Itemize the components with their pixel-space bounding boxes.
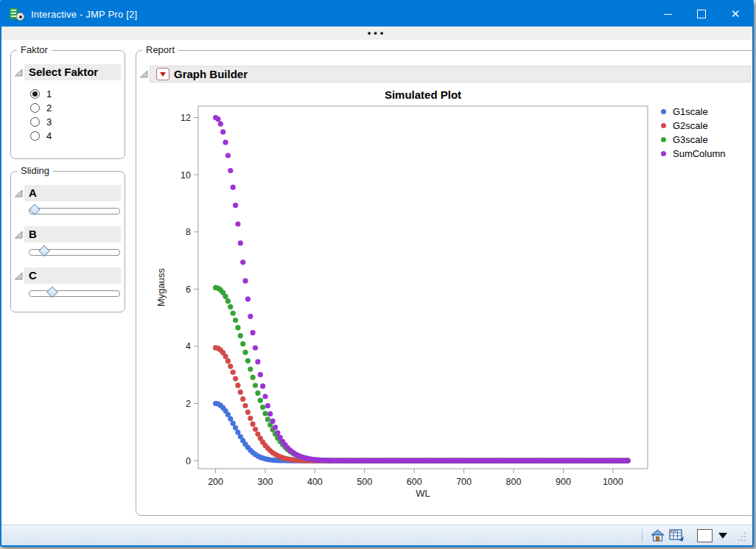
- x-tick-label: 200: [208, 477, 223, 487]
- report-group-label: Report: [142, 44, 178, 55]
- legend-label[interactable]: G2scale: [673, 120, 708, 131]
- y-tick-label: 8: [186, 227, 191, 237]
- graph-builder-header[interactable]: Graph Builder: [150, 66, 751, 83]
- report-groupbox: Report Graph Builder Simulated Plot WL M…: [136, 50, 752, 516]
- radio-button[interactable]: [30, 89, 40, 99]
- sliding-groupbox: Sliding A: [10, 171, 125, 312]
- chart-area: Simulated Plot WL Mygauss 20030040050060…: [141, 87, 752, 516]
- radio-button[interactable]: [30, 103, 40, 113]
- graph-builder-title: Graph Builder: [174, 68, 248, 80]
- x-tick-label: 500: [357, 477, 372, 487]
- slider-a-thumb[interactable]: [29, 204, 41, 216]
- slider-b-header[interactable]: B: [14, 226, 121, 242]
- maximize-icon: [697, 10, 706, 18]
- maximize-button[interactable]: [685, 1, 718, 27]
- faktor-option-3[interactable]: 3: [30, 115, 125, 129]
- faktor-option-2[interactable]: 2: [30, 101, 125, 115]
- faktor-radio-list: 1 2 3 4: [30, 87, 125, 143]
- window-box-icon[interactable]: [697, 529, 713, 542]
- legend-item-g1scale[interactable]: G1scale: [661, 105, 726, 119]
- chart-title: Simulated Plot: [385, 88, 461, 101]
- x-tick-label: 300: [258, 477, 273, 487]
- legend-label[interactable]: SumColumn: [673, 148, 726, 159]
- legend-item-g2scale[interactable]: G2scale: [661, 119, 726, 133]
- slider-c-thumb[interactable]: [46, 287, 58, 298]
- main-content: Faktor Select Faktor 1 2: [1, 40, 752, 525]
- slider-block-a: A: [11, 185, 125, 214]
- y-tick-label: 10: [181, 170, 191, 181]
- disclosure-triangle-icon[interactable]: [139, 70, 148, 78]
- left-panel: Faktor Select Faktor 1 2: [1, 40, 127, 525]
- series-G2scale[interactable]: [213, 345, 631, 463]
- slider-a-header[interactable]: A: [14, 185, 121, 201]
- titlebar[interactable]: Interactive - JMP Pro [2] ✕: [1, 1, 752, 27]
- y-tick-label: 2: [186, 399, 191, 409]
- x-tick-label: 1000: [603, 477, 623, 487]
- statusbar-separator: [642, 529, 643, 542]
- faktor-option-1[interactable]: 1: [30, 87, 125, 101]
- disclosure-triangle-icon[interactable]: [14, 189, 23, 197]
- select-faktor-header-label[interactable]: Select Faktor: [24, 64, 121, 80]
- slider-block-b: B: [11, 226, 125, 256]
- y-tick-label: 12: [181, 113, 191, 123]
- series-marker-icon: [661, 109, 666, 114]
- slider-a-label[interactable]: A: [24, 185, 121, 201]
- faktor-option-4[interactable]: 4: [30, 129, 125, 143]
- y-tick-label: 0: [186, 456, 191, 466]
- series-marker-icon: [661, 123, 666, 128]
- splitter-dots-icon: •••: [368, 29, 387, 37]
- home-icon[interactable]: [651, 529, 665, 542]
- graph-builder-header-row: Graph Builder: [139, 66, 751, 83]
- select-faktor-header[interactable]: Select Faktor: [14, 64, 121, 80]
- disclosure-triangle-icon[interactable]: [14, 231, 23, 239]
- legend-label[interactable]: G3scale: [673, 134, 708, 145]
- close-button[interactable]: ✕: [718, 1, 752, 27]
- slider-b-thumb[interactable]: [38, 245, 50, 257]
- slider-block-c: C: [11, 267, 125, 297]
- disclosure-triangle-icon[interactable]: [14, 272, 23, 280]
- x-tick-label: 900: [556, 477, 571, 487]
- radio-button[interactable]: [30, 131, 40, 141]
- minimize-icon: [664, 14, 672, 15]
- y-tick-label: 4: [186, 341, 191, 352]
- app-window: Interactive - JMP Pro [2] ✕ ••• Faktor S…: [0, 0, 754, 547]
- red-triangle-menu-icon[interactable]: [156, 68, 169, 80]
- series-marker-icon: [661, 151, 666, 156]
- x-tick-label: 700: [456, 477, 472, 487]
- series-SumColumn[interactable]: [213, 115, 631, 464]
- data-table-icon[interactable]: [669, 529, 685, 542]
- splitter-handle[interactable]: •••: [1, 27, 752, 40]
- dropdown-arrow-icon[interactable]: [718, 533, 727, 539]
- slider-b-track[interactable]: [29, 249, 120, 256]
- faktor-group-label: Faktor: [17, 44, 52, 55]
- slider-c-track[interactable]: [29, 290, 120, 297]
- y-axis-label[interactable]: Mygauss: [155, 267, 167, 307]
- legend-item-g3scale[interactable]: G3scale: [661, 133, 726, 147]
- slider-c-label[interactable]: C: [24, 267, 121, 284]
- legend-item-sumcolumn[interactable]: SumColumn: [661, 147, 726, 161]
- slider-a-track[interactable]: [29, 208, 120, 214]
- minimize-button[interactable]: [651, 1, 685, 27]
- y-tick-label: 6: [186, 284, 191, 295]
- slider-b-label[interactable]: B: [24, 226, 121, 242]
- radio-label[interactable]: 4: [46, 130, 52, 141]
- radio-label[interactable]: 2: [46, 102, 52, 113]
- slider-c-header[interactable]: C: [14, 267, 121, 284]
- series-G3scale[interactable]: [213, 285, 631, 464]
- window-title: Interactive - JMP Pro [2]: [31, 9, 137, 20]
- x-axis-label[interactable]: WL: [416, 488, 430, 499]
- x-tick-label: 400: [307, 477, 323, 487]
- legend-label[interactable]: G1scale: [673, 106, 708, 117]
- radio-button[interactable]: [30, 117, 40, 127]
- status-bar: [1, 525, 752, 545]
- x-tick-label: 600: [407, 477, 422, 487]
- jmp-app-icon: [10, 8, 24, 21]
- radio-label[interactable]: 3: [46, 116, 52, 127]
- radio-label[interactable]: 1: [46, 88, 52, 99]
- series-marker-icon: [661, 137, 666, 142]
- x-tick-label: 800: [506, 477, 522, 487]
- faktor-groupbox: Faktor Select Faktor 1 2: [10, 50, 125, 159]
- resize-grip-icon[interactable]: [735, 530, 747, 542]
- disclosure-triangle-icon[interactable]: [14, 69, 23, 77]
- chart-legend: G1scale G2scale G3scale SumColumn: [661, 105, 726, 161]
